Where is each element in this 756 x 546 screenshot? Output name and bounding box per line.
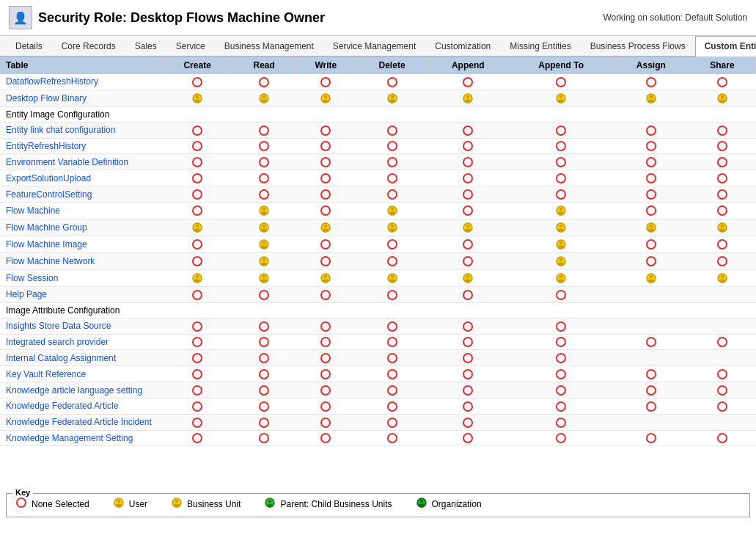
perm-delete[interactable] [357,122,427,138]
perm-none-icon[interactable] [463,173,473,183]
perm-append[interactable] [427,398,508,414]
perm-user-icon[interactable] [645,272,657,283]
perm-appendto[interactable] [509,138,613,154]
perm-none-icon[interactable] [463,239,473,250]
perm-share[interactable] [689,302,755,318]
perm-user-icon[interactable] [258,222,270,232]
perm-create[interactable] [161,106,233,122]
perm-none-icon[interactable] [192,173,202,183]
perm-none-icon[interactable] [387,353,397,363]
entity-name[interactable]: Flow Session [0,269,161,286]
tab-service-management[interactable]: Service Management [323,36,425,56]
perm-none-icon[interactable] [387,321,397,332]
perm-none-icon[interactable] [192,77,202,87]
perm-create[interactable] [161,236,233,252]
tab-business-process-flows[interactable]: Business Process Flows [581,36,695,56]
tab-business-management[interactable]: Business Management [215,36,323,56]
perm-none-icon[interactable] [259,385,269,396]
perm-write[interactable] [295,138,357,154]
tab-custom-entities[interactable]: Custom Entities [695,36,756,57]
perm-read[interactable] [233,122,295,138]
perm-appendto[interactable] [509,236,613,252]
perm-none-icon[interactable] [556,189,566,200]
perm-share[interactable] [689,74,755,90]
perm-create[interactable] [161,138,233,154]
perm-none-icon[interactable] [717,125,727,136]
perm-none-icon[interactable] [387,401,397,412]
perm-none-icon[interactable] [259,418,269,428]
perm-none-icon[interactable] [192,433,202,443]
perm-write[interactable] [295,219,357,236]
perm-assign[interactable] [613,252,689,269]
perm-none-icon[interactable] [556,401,566,412]
perm-none-icon[interactable] [717,141,727,151]
entity-name[interactable]: Knowledge Federated Article Incident [0,414,161,430]
perm-assign[interactable] [613,366,689,382]
perm-user-icon[interactable] [191,92,203,103]
perm-append[interactable] [427,170,508,186]
perm-user-icon[interactable] [258,205,270,215]
perm-none-icon[interactable] [320,205,331,216]
entity-name[interactable]: Key Vault Reference [0,366,161,382]
perm-none-icon[interactable] [463,401,473,412]
perm-create[interactable] [161,318,233,334]
perm-appendto[interactable] [509,398,613,414]
perm-share[interactable] [689,350,755,366]
perm-none-icon[interactable] [556,173,566,183]
perm-none-icon[interactable] [463,353,473,363]
perm-share[interactable] [689,236,755,252]
perm-none-icon[interactable] [259,353,269,363]
perm-user-icon[interactable] [191,272,203,283]
perm-none-icon[interactable] [259,157,269,167]
perm-create[interactable] [161,269,233,286]
perm-none-icon[interactable] [320,141,331,151]
perm-assign[interactable] [613,186,689,203]
perm-assign[interactable] [613,106,689,122]
perm-read[interactable] [233,350,295,366]
perm-none-icon[interactable] [387,125,397,136]
perm-appendto[interactable] [509,186,613,203]
perm-share[interactable] [689,366,755,382]
perm-create[interactable] [161,122,233,138]
perm-create[interactable] [161,286,233,302]
perm-user-icon[interactable] [462,222,474,232]
perm-none-icon[interactable] [646,157,656,167]
perm-append[interactable] [427,269,508,286]
perm-create[interactable] [161,366,233,382]
perm-appendto[interactable] [509,74,613,90]
perm-create[interactable] [161,302,233,318]
perm-create[interactable] [161,202,233,219]
entity-name[interactable]: FeatureControlSetting [0,186,161,203]
perm-none-icon[interactable] [320,256,331,266]
perm-none-icon[interactable] [646,433,656,443]
perm-none-icon[interactable] [556,290,566,300]
perm-share[interactable] [689,219,755,236]
perm-none-icon[interactable] [259,369,269,379]
perm-none-icon[interactable] [192,418,202,428]
perm-assign[interactable] [613,350,689,366]
perm-write[interactable] [295,414,357,430]
perm-none-icon[interactable] [646,385,656,396]
perm-read[interactable] [233,202,295,219]
perm-append[interactable] [427,186,508,203]
perm-appendto[interactable] [509,414,613,430]
perm-user-icon[interactable] [645,222,657,232]
perm-assign[interactable] [613,236,689,252]
perm-none-icon[interactable] [192,205,202,216]
perm-read[interactable] [233,106,295,122]
perm-append[interactable] [427,106,508,122]
perm-assign[interactable] [613,398,689,414]
perm-write[interactable] [295,154,357,170]
perm-append[interactable] [427,219,508,236]
perm-none-icon[interactable] [463,141,473,151]
perm-append[interactable] [427,414,508,430]
perm-none-icon[interactable] [717,337,727,347]
perm-none-icon[interactable] [320,418,331,428]
perm-assign[interactable] [613,318,689,334]
perm-append[interactable] [427,202,508,219]
perm-delete[interactable] [357,202,427,219]
perm-none-icon[interactable] [259,77,269,87]
perm-create[interactable] [161,186,233,203]
perm-write[interactable] [295,170,357,186]
perm-write[interactable] [295,269,357,286]
